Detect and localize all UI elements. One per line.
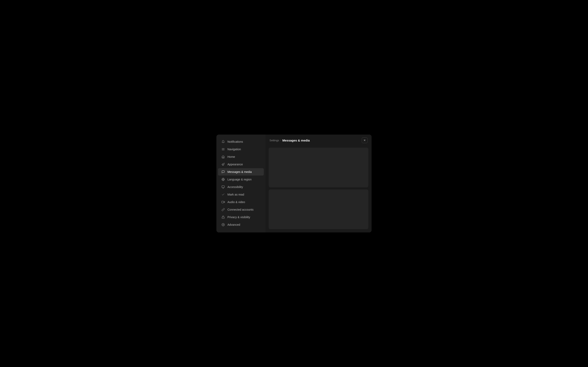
sidebar-item-language-region[interactable]: Language & region bbox=[218, 176, 264, 183]
paintbrush-icon bbox=[221, 162, 225, 166]
header: Settings › Messages & media ✕ bbox=[265, 134, 372, 146]
svg-rect-9 bbox=[222, 201, 224, 203]
breadcrumb-chevron: › bbox=[280, 139, 281, 142]
content-area bbox=[265, 146, 372, 233]
svg-point-11 bbox=[223, 224, 224, 225]
sidebar-item-accessibility[interactable]: Accessibility bbox=[218, 183, 264, 191]
check-icon bbox=[221, 193, 225, 196]
sidebar-item-label: Navigation bbox=[227, 148, 241, 151]
main-content: Settings › Messages & media ✕ bbox=[265, 134, 372, 233]
sidebar-item-connected-accounts[interactable]: Connected accounts bbox=[218, 206, 264, 213]
settings-sidebar: Notifications Navigation Home Appearance bbox=[216, 134, 265, 233]
message-circle-icon bbox=[221, 170, 225, 174]
home-icon bbox=[221, 155, 225, 159]
content-block-2 bbox=[269, 189, 368, 229]
close-button[interactable]: ✕ bbox=[362, 137, 367, 143]
sidebar-item-label: Home bbox=[227, 155, 235, 158]
sidebar-item-mark-as-read[interactable]: Mark as read bbox=[218, 191, 264, 198]
sidebar-item-messages-media[interactable]: Messages & media bbox=[218, 168, 264, 175]
sidebar-item-label: Notifications bbox=[227, 140, 243, 143]
sidebar-item-appearance[interactable]: Appearance bbox=[218, 161, 264, 168]
sidebar-item-label: Connected accounts bbox=[227, 208, 254, 211]
breadcrumb-current: Messages & media bbox=[282, 139, 310, 142]
sidebar-item-advanced[interactable]: Advanced bbox=[218, 221, 264, 228]
svg-rect-10 bbox=[222, 217, 224, 218]
sidebar-item-label: Accessibility bbox=[227, 185, 243, 189]
sidebar-item-audio-video[interactable]: Audio & video bbox=[218, 198, 264, 206]
sidebar-item-label: Mark as read bbox=[227, 193, 244, 196]
settings-modal: Notifications Navigation Home Appearance bbox=[216, 134, 372, 233]
menu-icon bbox=[221, 147, 225, 151]
lock-icon bbox=[221, 215, 225, 219]
globe-icon bbox=[221, 178, 225, 181]
sidebar-item-privacy-visibility[interactable]: Privacy & visibility bbox=[218, 213, 264, 221]
sidebar-item-label: Audio & video bbox=[227, 200, 245, 204]
breadcrumb-parent[interactable]: Settings bbox=[269, 139, 279, 142]
bell-icon bbox=[221, 140, 225, 143]
sidebar-item-label: Messages & media bbox=[227, 170, 252, 174]
sidebar-item-label: Appearance bbox=[227, 163, 243, 166]
svg-rect-5 bbox=[222, 186, 224, 188]
close-icon: ✕ bbox=[363, 139, 366, 142]
video-icon bbox=[221, 200, 225, 204]
sidebar-item-navigation[interactable]: Navigation bbox=[218, 146, 264, 153]
sidebar-item-label: Advanced bbox=[227, 223, 240, 226]
sidebar-item-label: Privacy & visibility bbox=[227, 216, 250, 219]
svg-marker-8 bbox=[224, 201, 225, 203]
content-block-1 bbox=[269, 148, 368, 187]
breadcrumb: Settings › Messages & media bbox=[269, 139, 310, 142]
sidebar-item-notifications[interactable]: Notifications bbox=[218, 138, 264, 145]
link-icon bbox=[221, 208, 225, 211]
monitor-icon bbox=[221, 185, 225, 189]
sidebar-item-home[interactable]: Home bbox=[218, 153, 264, 160]
sidebar-item-label: Language & region bbox=[227, 178, 251, 181]
settings-icon bbox=[221, 223, 225, 226]
